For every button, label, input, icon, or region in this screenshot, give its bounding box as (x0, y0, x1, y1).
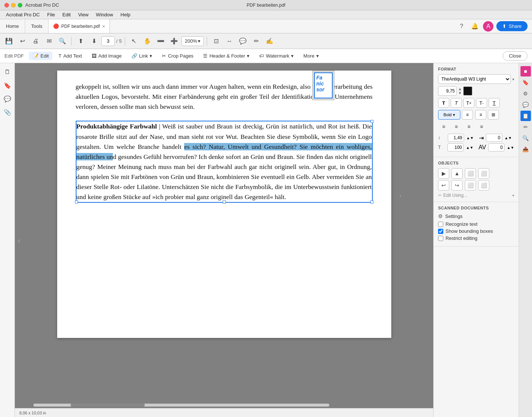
obj-btn-5[interactable]: ↩ (438, 180, 449, 190)
menu-file[interactable]: File (44, 11, 58, 18)
selected-text-block[interactable]: Produktabhängige Farbwahl | Weiß ist sau… (76, 121, 373, 203)
scroll-right-arrow[interactable]: › (399, 191, 402, 201)
obj-btn-4[interactable]: ⬜ (478, 168, 489, 179)
selection-handle-bm[interactable] (223, 201, 226, 203)
list-btn-1[interactable]: ≡ (462, 110, 473, 120)
page-number-input[interactable] (101, 36, 115, 46)
email-btn[interactable]: ✉ (43, 35, 55, 47)
sidebar-attachments[interactable]: 📎 (1, 106, 13, 118)
show-bounding-boxes-label[interactable]: Show bounding boxes (445, 228, 493, 234)
align-center-btn[interactable]: ≡ (451, 122, 462, 131)
sidebar-bookmarks[interactable]: 🔖 (1, 79, 13, 91)
superscript-btn[interactable]: T+ (463, 98, 474, 108)
menu-acrobat[interactable]: Acrobat Pro DC (3, 11, 43, 18)
obj-btn-3[interactable]: ⬜ (465, 168, 476, 179)
print-btn[interactable]: 🖨 (30, 35, 42, 47)
prev-page-btn[interactable]: ⬆ (75, 35, 87, 47)
thumbnail-page[interactable]: Fa nic sor (314, 72, 333, 98)
line-spacing-input[interactable] (448, 134, 464, 142)
font-family-select[interactable]: TheAntiquaB W3 Light (438, 74, 511, 84)
zoom-in-btn[interactable]: ➕ (168, 35, 180, 47)
list-btn-2[interactable]: ≡ (475, 110, 486, 120)
fit-width-btn[interactable]: ↔ (223, 35, 235, 47)
fr-icon-2[interactable]: 🔖 (520, 77, 531, 88)
obj-btn-1[interactable]: ▶ (438, 168, 449, 179)
bold-dropdown-btn[interactable]: Bold ▾ (438, 110, 460, 120)
underline-btn[interactable]: T (489, 98, 500, 108)
minimize-window-btn[interactable] (11, 3, 16, 7)
draw-btn[interactable]: ✏ (250, 35, 262, 47)
menu-help[interactable]: Help (118, 11, 134, 18)
close-edit-button[interactable]: Close (503, 51, 528, 61)
restrict-editing-label[interactable]: Restrict editing (445, 235, 477, 241)
tab-home[interactable]: Home (0, 19, 25, 33)
maximize-window-btn[interactable] (18, 3, 22, 7)
close-window-btn[interactable] (4, 3, 9, 7)
notifications-btn[interactable]: 🔔 (470, 21, 480, 32)
obj-btn-2[interactable]: ▲ (451, 168, 463, 179)
menu-view[interactable]: View (75, 11, 91, 18)
fr-icon-5[interactable]: 📋 (520, 111, 531, 121)
selection-handle-bl[interactable] (75, 201, 78, 203)
sidebar-page-thumbnails[interactable]: 🗒 (1, 66, 13, 78)
selection-handle-tr[interactable] (371, 120, 373, 123)
obj-btn-7[interactable]: ⬜ (465, 180, 476, 190)
align-justify-btn[interactable]: ≡ (476, 122, 487, 131)
search-btn[interactable]: 🔍 (56, 35, 68, 47)
menu-window[interactable]: Window (93, 11, 116, 18)
tab-tools[interactable]: Tools (25, 19, 49, 33)
fr-icon-1[interactable]: ■ (520, 66, 531, 76)
bold-style-btn[interactable]: T (438, 98, 449, 108)
restrict-editing-checkbox[interactable] (438, 236, 443, 241)
align-left-btn[interactable]: ≡ (438, 122, 449, 131)
help-btn[interactable]: ? (456, 21, 467, 32)
next-page-btn[interactable]: ⬇ (88, 35, 100, 47)
select-tool-btn[interactable]: ↖ (128, 35, 140, 47)
tab-file[interactable]: 🔴 PDF bearbeiten.pdf × (49, 19, 110, 33)
fr-icon-4[interactable]: 💬 (520, 100, 531, 110)
kern-input[interactable] (488, 143, 505, 152)
fr-icon-7[interactable]: 🔍 (520, 133, 531, 143)
link-button[interactable]: 🔗 Link ▾ (128, 52, 156, 60)
italic-style-btn[interactable]: T (451, 98, 462, 108)
scroll-left-arrow[interactable]: ‹ (18, 236, 20, 244)
fit-page-btn[interactable]: ⊡ (210, 35, 222, 47)
hand-tool-btn[interactable]: ✋ (141, 35, 153, 47)
add-image-button[interactable]: 🖼 Add Image (88, 52, 125, 60)
menu-edit[interactable]: Edit (59, 11, 74, 18)
account-btn[interactable]: A (483, 21, 493, 32)
fr-icon-8[interactable]: 📤 (520, 144, 531, 154)
sidebar-comments[interactable]: 💬 (1, 93, 13, 105)
add-text-button[interactable]: T Add Text (55, 52, 85, 60)
color-swatch[interactable] (463, 87, 472, 95)
header-footer-button[interactable]: ☰ Header & Footer ▾ (199, 52, 253, 60)
selection-handle-br[interactable] (371, 201, 373, 203)
settings-label[interactable]: Settings (445, 214, 463, 219)
signature-btn[interactable]: ✍ (264, 35, 275, 47)
share-button[interactable]: ⬆ Share (496, 21, 528, 31)
crop-pages-button[interactable]: ✂ Crop Pages (158, 52, 197, 60)
tab-close-icon[interactable]: × (102, 23, 105, 29)
subscript-btn[interactable]: T- (476, 98, 487, 108)
more-button[interactable]: More ▾ (300, 52, 323, 60)
recognize-text-label[interactable]: Recognize text (445, 221, 477, 227)
scrollbar-thumb[interactable] (71, 404, 145, 407)
recognize-text-checkbox[interactable] (438, 222, 443, 227)
list-expand-btn[interactable]: ⊞ (488, 110, 499, 120)
scale-input[interactable] (447, 143, 464, 152)
comment-btn[interactable]: 💬 (237, 35, 249, 47)
edit-button[interactable]: 📝 Edit (29, 52, 52, 60)
obj-btn-8[interactable]: ⬜ (478, 180, 489, 190)
save-btn[interactable]: 💾 (3, 35, 15, 47)
horizontal-scrollbar[interactable] (33, 404, 329, 407)
show-bounding-boxes-checkbox[interactable] (438, 229, 443, 234)
undo-btn[interactable]: ↩ (16, 35, 28, 47)
font-size-input[interactable] (438, 86, 457, 96)
indent-input[interactable] (486, 134, 502, 142)
zoom-out-btn[interactable]: ➖ (155, 35, 167, 47)
fr-icon-3[interactable]: ⚙ (520, 88, 531, 99)
edit-using-dropdown[interactable]: ▾ (512, 193, 514, 198)
watermark-button[interactable]: 🏷 Watermark ▾ (255, 52, 297, 60)
obj-btn-6[interactable]: ↪ (451, 180, 463, 190)
align-right-btn[interactable]: ≡ (463, 122, 474, 131)
